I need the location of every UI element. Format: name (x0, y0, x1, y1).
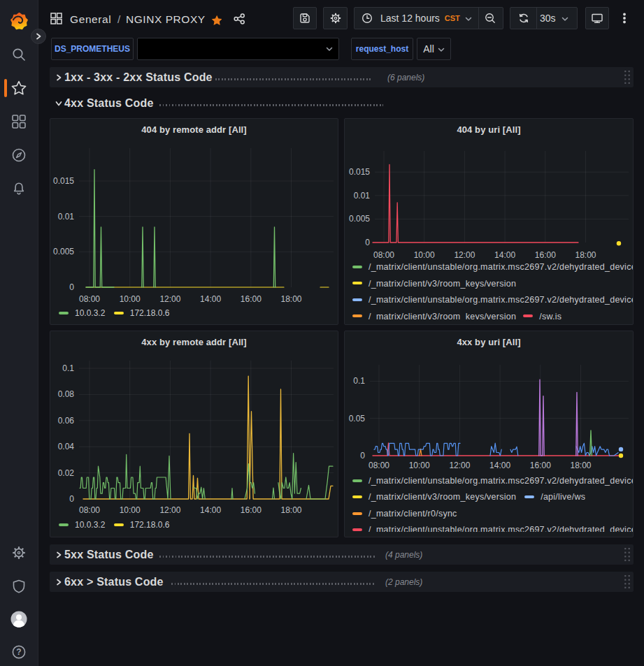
svg-text:?: ? (16, 647, 21, 657)
